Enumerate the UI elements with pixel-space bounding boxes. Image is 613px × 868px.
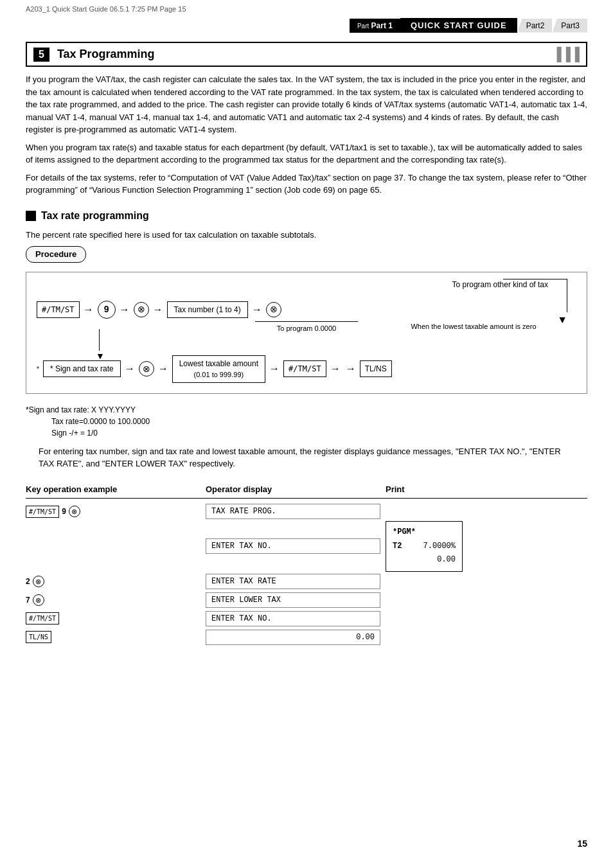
key-hashtmst-inline-2: #/TM/ST xyxy=(26,612,59,624)
nav-bar: Part Part 1 QUICK START GUIDE Part2 Part… xyxy=(0,15,613,35)
page-container: A203_1 Quick Start Guide 06.5.1 7:25 PM … xyxy=(0,0,613,868)
section-icon: ▐▐▐ xyxy=(552,47,580,62)
paragraph1: If you program the VAT/tax, the cash reg… xyxy=(26,73,587,136)
row3-key: 7 ⊗ xyxy=(26,593,206,607)
row5-display: 0.00 xyxy=(206,630,380,645)
flow-row1-labels: To program 0.0000 When the lowest taxabl… xyxy=(37,321,576,334)
label-lowest-zero: When the lowest taxable amount is zero xyxy=(371,321,576,332)
subsection-description: The percent rate specified here is used … xyxy=(26,229,587,242)
key-hashtmst-2: #/TM/ST xyxy=(283,360,326,377)
flow-top-right-connector xyxy=(503,279,567,312)
lowest-label: Lowest taxable amount xyxy=(179,358,258,369)
circle-x-3: ⊗ xyxy=(139,361,154,376)
flow-arrow-down-right: ▼ xyxy=(557,312,567,328)
nav-part2: Part2 xyxy=(517,19,553,33)
document-header: A203_1 Quick Start Guide 06.5.1 7:25 PM … xyxy=(0,0,613,13)
col-display-header: Operator display xyxy=(206,483,386,496)
star-note-indent: Tax rate=0.0000 to 100.0000 Sign -/+ = 1… xyxy=(51,416,587,439)
sign-tax-rate-box: * Sign and tax rate xyxy=(43,360,121,377)
lowest-taxable-box: Lowest taxable amount (0.01 to 999.99) xyxy=(172,355,265,383)
arrow5: → xyxy=(123,361,136,376)
key-tlns-inline: TL/NS xyxy=(26,631,51,643)
section-title: Tax Programming xyxy=(57,48,155,61)
circle-x-inline: ⊗ xyxy=(69,506,80,517)
col-print-header: Print xyxy=(386,483,514,496)
nav-quick-start-label: QUICK START GUIDE xyxy=(400,18,517,33)
col-key-header: Key operation example xyxy=(26,483,206,496)
doc-title-text: A203_1 Quick Start Guide 06.5.1 7:25 PM … xyxy=(26,5,186,13)
row0-key: #/TM/ST 9 ⊗ xyxy=(26,504,206,519)
table-row: #/TM/ST ENTER TAX NO. xyxy=(26,610,587,628)
paragraph3: For details of the tax systems, refer to… xyxy=(26,172,587,197)
row1-display: ENTER TAX NO. xyxy=(206,538,380,554)
subsection-title: Tax rate programming xyxy=(41,208,149,224)
circle-x-1: ⊗ xyxy=(134,302,149,317)
row3-display: ENTER LOWER TAX xyxy=(206,592,380,608)
arrow2: → xyxy=(118,302,131,317)
section-number: 5 xyxy=(33,48,49,62)
arrow3: → xyxy=(152,302,164,317)
num-9-circle: 9 xyxy=(98,301,116,319)
arrow4: → xyxy=(251,302,263,317)
table-row: ENTER TAX NO. *PGM* T2 7.0000% 0.00 xyxy=(26,521,587,572)
row0-display: TAX RATE PROG. xyxy=(206,504,380,519)
star-note-section: *Sign and tax rate: X YYY.YYYY Tax rate=… xyxy=(26,404,587,439)
tax-number-box: Tax number (1 to 4) xyxy=(167,301,248,318)
row1-print: *PGM* T2 7.0000% 0.00 xyxy=(386,521,514,572)
table-row: TL/NS 0.00 xyxy=(26,628,587,646)
row2-display: ENTER TAX RATE xyxy=(206,574,380,589)
arrow7: → xyxy=(268,361,281,376)
arrow1: → xyxy=(82,302,95,317)
procedure-badge: Procedure xyxy=(26,246,86,263)
print-line-zero: 0.00 xyxy=(393,553,456,567)
nav-part3: Part3 xyxy=(552,19,587,33)
circle-x-inline-2: ⊗ xyxy=(33,576,44,587)
lowest-range: (0.01 to 999.99) xyxy=(179,369,258,380)
table-header: Key operation example Operator display P… xyxy=(26,483,587,499)
star-note-sign: Sign -/+ = 1/0 xyxy=(51,427,587,439)
arrow6: → xyxy=(157,361,170,376)
flow-arrow-down-left: ▼ xyxy=(96,350,105,363)
print-receipt-box: *PGM* T2 7.0000% 0.00 xyxy=(386,521,463,572)
row1-key xyxy=(26,545,206,547)
page-number: 15 xyxy=(577,838,587,849)
nav-part1: Part Part 1 xyxy=(350,19,400,33)
subsection-header: Tax rate programming xyxy=(26,208,587,224)
print-line-t2: T2 7.0000% xyxy=(393,540,456,554)
flow-row2: * * Sign and tax rate → ⊗ → Lowest taxab… xyxy=(37,355,576,383)
row4-key: #/TM/ST xyxy=(26,611,206,626)
subsection-icon xyxy=(26,211,36,221)
key-tlns: TL/NS xyxy=(360,360,392,377)
print-line-pgm: *PGM* xyxy=(393,526,456,540)
operation-table: Key operation example Operator display P… xyxy=(26,483,587,646)
circle-x-inline-3: ⊗ xyxy=(33,594,44,606)
flowchart: To program other kind of tax ▼ #/TM/ST →… xyxy=(26,272,587,394)
arrow8: → xyxy=(329,361,342,376)
section-header: 5 Tax Programming ▐▐▐ xyxy=(26,42,587,67)
label-to-program-zero: To program 0.0000 xyxy=(255,321,358,334)
key-hashtmst-1: #/TM/ST xyxy=(37,301,80,318)
paragraph2: When you program tax rate(s) and taxable… xyxy=(26,141,587,166)
table-row: 7 ⊗ ENTER LOWER TAX xyxy=(26,591,587,609)
circle-x-2: ⊗ xyxy=(266,302,281,317)
arrow9: → xyxy=(344,361,357,376)
row4-display: ENTER TAX NO. xyxy=(206,611,380,626)
table-row: 2 ⊗ ENTER TAX RATE xyxy=(26,572,587,590)
row2-key: 2 ⊗ xyxy=(26,574,206,589)
star-note-line1: *Sign and tax rate: X YYY.YYYY xyxy=(26,404,587,416)
guidance-note: For entering tax number, sign and tax ra… xyxy=(39,445,574,470)
table-row: #/TM/ST 9 ⊗ TAX RATE PROG. xyxy=(26,502,587,520)
flow-vertical-left xyxy=(99,329,100,351)
key-hashtmst-inline: #/TM/ST xyxy=(26,506,59,518)
row5-key: TL/NS xyxy=(26,630,206,644)
star-note-tax-rate: Tax rate=0.0000 to 100.0000 xyxy=(51,416,587,427)
content-area: If you program the VAT/tax, the cash reg… xyxy=(0,73,613,646)
flow-row1: #/TM/ST → 9 → ⊗ → Tax number (1 to 4) → … xyxy=(37,301,576,319)
